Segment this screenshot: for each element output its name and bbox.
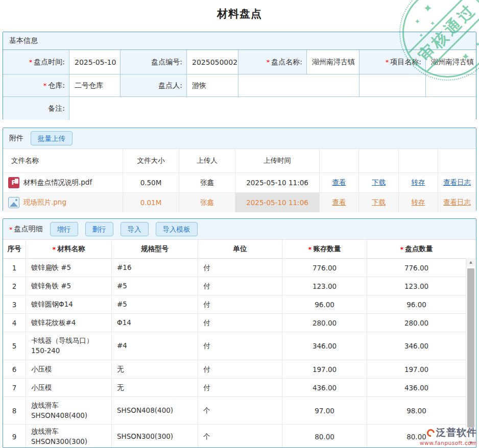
attachments-header: 附件 批量上传: [3, 128, 476, 148]
download-link[interactable]: 下载: [372, 178, 386, 187]
inventory-no-value: 2025050002: [187, 50, 238, 74]
vendor-watermark: 泛普软件 www.fanpusoft.com: [420, 426, 477, 446]
add-row-button[interactable]: 增行: [50, 222, 78, 236]
required-asterisk: *: [43, 82, 47, 89]
view-log-link[interactable]: 查看日志: [443, 198, 471, 207]
basic-info-row-2: * 仓库: 二号仓库 盘点人: 游恢: [3, 74, 476, 97]
inventory-detail-header: * 盘点明细 增行 删行 导入 导入模板: [3, 219, 476, 239]
uploader-cell: 张鑫: [179, 193, 235, 212]
empty-cell: [426, 74, 476, 97]
col-seq: 序号: [3, 240, 26, 258]
attachment-row-image: 现场照片.png 0.01M 张鑫 2025-05-10 11:06 查看 下载…: [3, 192, 476, 212]
required-asterisk: *: [53, 245, 56, 253]
vendor-name: 泛普软件: [436, 426, 477, 439]
warehouse-label: * 仓库:: [3, 74, 69, 97]
empty-cell: [238, 74, 360, 97]
basic-info-section: 基本信息 * 盘点时间: 2025-05-10 盘点编号: 2025050002…: [3, 32, 476, 120]
table-row[interactable]: 8 放线滑车 SHSON408(400) SHSON408(400) 个 97.…: [3, 397, 466, 425]
table-row[interactable]: 4 镀锌花纹板#4 Φ14 付 280.00 280.00: [3, 314, 466, 332]
table-row[interactable]: 7 小压模 无 付 436.00 436.00: [3, 379, 466, 397]
transfer-link[interactable]: 转存: [412, 178, 425, 187]
detail-table-body: 1 镀锌扁铁 #5 #16 付 776.00 776.00 2 镀锌角铁 #5 …: [3, 259, 466, 448]
warehouse-value[interactable]: 二号仓库: [69, 74, 121, 97]
image-file-icon: [8, 197, 19, 208]
transfer-link[interactable]: 转存: [412, 198, 425, 207]
remark-label: 备注:: [3, 97, 69, 120]
table-row[interactable]: 1 镀锌扁铁 #5 #16 付 776.00 776.00: [3, 259, 466, 277]
upload-time-cell: 2025-05-10 11:06: [235, 193, 320, 212]
fanpu-logo-icon: [425, 427, 436, 438]
inventory-detail-title: 盘点明细: [14, 225, 43, 234]
vendor-url: www.fanpusoft.com: [420, 440, 477, 446]
attachments-table-header: 文件名称 文件大小 上传人 上传时间: [3, 148, 476, 172]
material-inventory-page: 材料盘点 基本信息 * 盘点时间: 2025-05-10 盘点编号: 20250…: [0, 0, 479, 448]
vertical-scrollbar[interactable]: ▲ ▼: [466, 258, 475, 447]
page-title: 材料盘点: [0, 7, 479, 21]
required-asterisk: *: [386, 58, 389, 66]
required-asterisk: *: [267, 58, 270, 66]
col-action: [438, 149, 476, 172]
file-name-cell: 现场照片.png: [3, 193, 123, 212]
attachments-section: 附件 批量上传 文件名称 文件大小 上传人 上传时间 P 材料盘点情况说明.pd…: [3, 128, 476, 211]
attachment-row-pdf: P 材料盘点情况说明.pdf 0.50M 张鑫 2025-05-10 11:06…: [3, 172, 476, 192]
basic-info-title: 基本信息: [9, 36, 38, 45]
required-asterisk: *: [29, 58, 33, 66]
col-file-size: 文件大小: [123, 149, 179, 172]
inventory-time-value[interactable]: 2025-05-10: [69, 50, 121, 74]
inventory-no-label: 盘点编号:: [121, 50, 187, 74]
required-asterisk: *: [308, 245, 312, 253]
scrollbar-thumb[interactable]: [467, 268, 474, 428]
required-asterisk: *: [400, 245, 404, 253]
inventory-person-value[interactable]: 游恢: [187, 74, 238, 97]
col-action: [320, 149, 359, 172]
detail-table-header: 序号 * 材料名称 规格型号 单位 * 账存数量 * 盘点数量: [3, 239, 476, 259]
view-link[interactable]: 查看: [332, 178, 346, 187]
col-action: [399, 149, 438, 172]
col-unit: 单位: [198, 240, 282, 258]
download-link[interactable]: 下载: [372, 198, 386, 207]
star-icon: ✦: [430, 20, 435, 27]
table-row[interactable]: 2 镀锌角铁 #5 #5 付 123.00 123.00: [3, 277, 466, 295]
basic-info-row-3: 备注:: [3, 97, 476, 120]
inventory-person-label: 盘点人:: [121, 74, 187, 97]
uploader-cell: 张鑫: [179, 173, 235, 192]
attachments-title: 附件: [9, 134, 23, 143]
table-row[interactable]: 3 镀锌圆钢Φ14 #5 付 96.00 96.00: [3, 295, 466, 314]
file-name-cell: P 材料盘点情况说明.pdf: [3, 173, 123, 192]
col-book-qty: * 账存数量: [282, 240, 367, 258]
import-template-button[interactable]: 导入模板: [156, 222, 198, 236]
col-count-qty: * 盘点数量: [367, 240, 466, 258]
empty-cell: [360, 74, 426, 97]
col-upload-time: 上传时间: [235, 149, 320, 172]
import-button[interactable]: 导入: [121, 222, 149, 236]
inventory-time-label: * 盘点时间:: [3, 50, 69, 74]
col-material-name: * 材料名称: [26, 240, 112, 258]
file-size-cell: 0.50M: [123, 173, 179, 192]
pdf-file-icon: P: [8, 177, 19, 188]
delete-row-button[interactable]: 删行: [85, 222, 113, 236]
col-spec: 规格型号: [112, 240, 198, 258]
file-size-cell: 0.01M: [123, 193, 179, 212]
remark-value[interactable]: [69, 97, 476, 120]
view-log-link[interactable]: 查看日志: [443, 178, 471, 187]
scroll-up-arrow[interactable]: ▲: [466, 258, 475, 266]
col-file-name: 文件名称: [3, 149, 123, 172]
table-row[interactable]: 5 卡线器（导线马口）150-240 #4 付 346.00 346.00: [3, 332, 466, 360]
table-row[interactable]: 9 放线滑车 SHSON300(300) SHSON300(300) 个 80.…: [3, 425, 466, 448]
basic-info-row-1: * 盘点时间: 2025-05-10 盘点编号: 2025050002 * 盘点…: [3, 50, 476, 74]
table-row[interactable]: 6 小压模 无 付 197.00 197.00: [3, 360, 466, 379]
col-uploader: 上传人: [179, 149, 235, 172]
project-name-value[interactable]: 湖州南浔古镇: [426, 50, 476, 74]
col-action: [359, 149, 399, 172]
required-asterisk: *: [9, 226, 13, 233]
batch-upload-button[interactable]: 批量上传: [31, 131, 73, 145]
inventory-name-label: * 盘点名称:: [238, 50, 307, 74]
inventory-name-value[interactable]: 湖州南浔古镇: [307, 50, 360, 74]
upload-time-cell: 2025-05-10 11:06: [235, 173, 320, 192]
project-name-label: * 项目名称:: [360, 50, 426, 74]
basic-info-header: 基本信息: [3, 32, 476, 50]
inventory-detail-section: * 盘点明细 增行 删行 导入 导入模板 序号 * 材料名称 规格型号 单位 *…: [3, 218, 476, 448]
view-link[interactable]: 查看: [332, 198, 346, 207]
